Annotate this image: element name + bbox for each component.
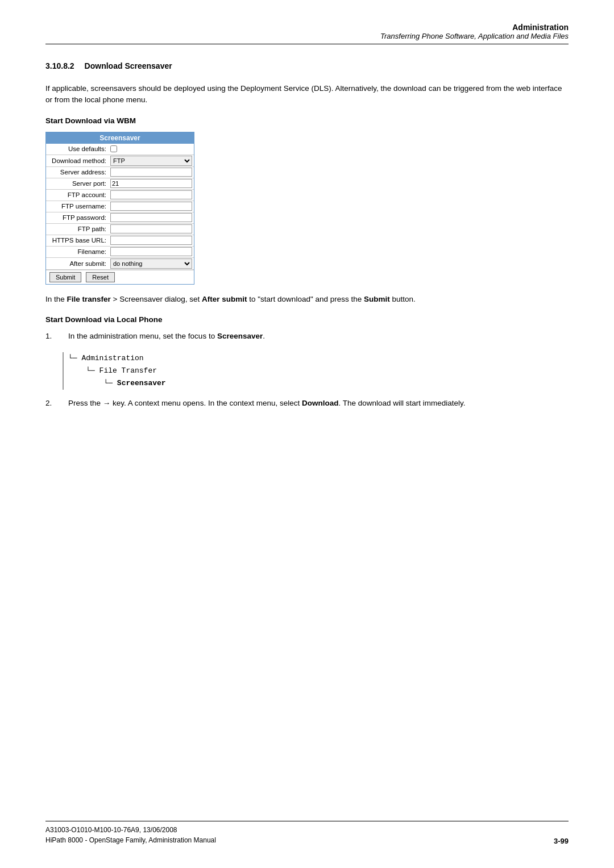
footer-page-number: 3-99 [554, 837, 569, 845]
input-server-port[interactable] [110, 179, 192, 188]
wbm-instruction: In the File transfer > Screensaver dialo… [45, 294, 569, 305]
screensaver-widget: Screensaver Use defaults: Download metho… [45, 132, 194, 285]
footer-doc-id: A31003-O1010-M100-10-76A9, 13/06/2008 [45, 825, 216, 835]
input-server-address[interactable] [110, 168, 192, 177]
numbered-list-2: 2. Press the → key. A context menu opens… [45, 398, 569, 409]
numbered-list: 1. In the administration menu, set the f… [45, 331, 569, 342]
footer-manual-name: HiPath 8000 - OpenStage Family, Administ… [45, 835, 216, 845]
form-row-ftp-path: FTP path: [46, 224, 194, 235]
form-row-https-base-url: HTTPS base URL: [46, 235, 194, 247]
step-1: 1. In the administration menu, set the f… [45, 331, 569, 342]
form-row-after-submit: After submit: do nothing start download [46, 258, 194, 270]
widget-title: Screensaver [46, 132, 194, 144]
tree-line-3: └─ Screensaver [68, 377, 569, 390]
local-phone-subheading: Start Download via Local Phone [45, 315, 569, 324]
input-ftp-account[interactable] [110, 190, 192, 199]
label-ftp-password: FTP password: [46, 213, 109, 222]
input-ftp-password[interactable] [110, 213, 192, 222]
section-number: 3.10.8.2 [45, 61, 74, 70]
label-server-port: Server port: [46, 179, 109, 188]
label-server-address: Server address: [46, 168, 109, 177]
label-after-submit: After submit: [46, 259, 109, 268]
form-row-filename: Filename: [46, 247, 194, 258]
tree-line-1: └─ Administration [68, 352, 569, 365]
step-2-num: 2. [45, 398, 68, 409]
label-ftp-path: FTP path: [46, 224, 109, 233]
step-1-num: 1. [45, 331, 68, 342]
form-row-download-method: Download method: FTP HTTPS [46, 155, 194, 167]
form-row-use-defaults: Use defaults: [46, 144, 194, 155]
header-subtitle: Transferring Phone Software, Application… [45, 32, 569, 40]
form-row-ftp-username: FTP username: [46, 201, 194, 212]
select-download-method[interactable]: FTP HTTPS [110, 156, 192, 166]
section-title: Download Screensaver [85, 61, 172, 70]
step-2-text: Press the → key. A context menu opens. I… [68, 398, 466, 409]
page-header: Administration Transferring Phone Softwa… [45, 23, 569, 44]
form-row-ftp-password: FTP password: [46, 212, 194, 224]
header-title: Administration [45, 23, 569, 32]
label-filename: Filename: [46, 247, 109, 256]
input-ftp-username[interactable] [110, 202, 192, 211]
submit-button[interactable]: Submit [49, 272, 81, 282]
label-use-defaults: Use defaults: [46, 144, 109, 153]
label-ftp-username: FTP username: [46, 202, 109, 211]
select-after-submit[interactable]: do nothing start download [110, 258, 192, 269]
form-row-ftp-account: FTP account: [46, 190, 194, 201]
label-ftp-account: FTP account: [46, 190, 109, 199]
input-ftp-path[interactable] [110, 224, 192, 233]
checkbox-use-defaults[interactable] [110, 145, 117, 152]
footer-left: A31003-O1010-M100-10-76A9, 13/06/2008 Hi… [45, 825, 216, 845]
step-2: 2. Press the → key. A context menu opens… [45, 398, 569, 409]
form-row-server-port: Server port: [46, 178, 194, 190]
intro-text: If applicable, screensavers should be de… [45, 83, 569, 106]
tree-line-2: └─ File Transfer [68, 365, 569, 377]
page-footer: A31003-O1010-M100-10-76A9, 13/06/2008 Hi… [45, 821, 569, 845]
input-https-base-url[interactable] [110, 236, 192, 245]
label-https-base-url: HTTPS base URL: [46, 236, 109, 245]
label-download-method: Download method: [46, 156, 109, 165]
step-1-text: In the administration menu, set the focu… [68, 331, 265, 342]
wbm-subheading: Start Download via WBM [45, 116, 569, 125]
widget-buttons: Submit Reset [46, 270, 194, 284]
form-row-server-address: Server address: [46, 167, 194, 178]
input-filename[interactable] [110, 247, 192, 256]
reset-button[interactable]: Reset [86, 272, 115, 282]
menu-tree: └─ Administration └─ File Transfer └─ Sc… [63, 352, 569, 390]
